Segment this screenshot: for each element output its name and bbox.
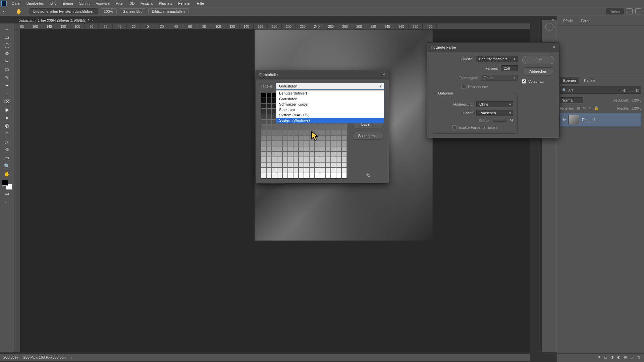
color-swatch[interactable]	[325, 135, 331, 141]
color-swatch[interactable]	[299, 168, 304, 173]
color-swatch[interactable]	[266, 146, 272, 152]
color-swatch[interactable]	[341, 125, 347, 130]
color-swatch[interactable]	[325, 157, 331, 162]
color-swatch[interactable]	[320, 146, 325, 152]
color-swatch[interactable]	[272, 125, 277, 130]
color-swatch[interactable]	[288, 125, 293, 130]
color-swatch[interactable]	[261, 103, 266, 109]
color-swatch[interactable]	[293, 157, 299, 162]
color-swatch[interactable]	[261, 130, 266, 135]
filter-shape-icon[interactable]: ▱	[632, 88, 634, 93]
color-swatch[interactable]	[315, 130, 320, 135]
color-swatch[interactable]	[309, 162, 315, 168]
color-swatch[interactable]	[261, 114, 266, 119]
color-swatch[interactable]	[309, 141, 315, 146]
lock-pos-icon[interactable]: ✥	[583, 106, 586, 110]
table-select[interactable]: Graustufen BenutzerdefiniertGraustufenSc…	[276, 83, 384, 89]
color-swatch[interactable]	[261, 109, 266, 114]
color-swatch[interactable]	[304, 152, 309, 157]
color-swatch[interactable]	[336, 130, 341, 135]
link-layers-icon[interactable]: ⚭	[598, 355, 601, 359]
ok-button[interactable]: OK	[522, 56, 554, 64]
preview-checkbox[interactable]	[522, 79, 526, 83]
color-swatch[interactable]	[304, 130, 309, 135]
color-swatch[interactable]	[293, 152, 299, 157]
zoom-100-button[interactable]: 100%	[100, 8, 117, 14]
expand-dock-icon[interactable]: «	[552, 17, 554, 22]
color-swatch[interactable]	[288, 135, 293, 141]
layer-style-icon[interactable]: fx	[604, 355, 607, 359]
close-tab-icon[interactable]: ×	[92, 18, 94, 22]
color-swatch[interactable]	[266, 152, 272, 157]
fill-value[interactable]: 100%	[632, 106, 641, 110]
color-swatch[interactable]	[320, 135, 325, 141]
color-swatch[interactable]	[266, 119, 272, 125]
color-swatch[interactable]	[309, 130, 315, 135]
color-swatch[interactable]	[299, 130, 304, 135]
color-swatch[interactable]	[309, 146, 315, 152]
color-swatch[interactable]	[272, 146, 277, 152]
color-swatch[interactable]	[325, 130, 331, 135]
color-swatch[interactable]	[293, 162, 299, 168]
layer-filter-kind[interactable]: Art	[568, 88, 573, 92]
menu-item[interactable]: Datei	[9, 0, 23, 6]
home-icon[interactable]: ⌂	[3, 9, 6, 14]
menu-item[interactable]: Ebene	[59, 0, 76, 6]
fg-swatch[interactable]	[2, 180, 8, 186]
color-swatch[interactable]	[266, 114, 272, 119]
tool-button[interactable]: ↔	[2, 25, 12, 33]
color-swatch[interactable]	[341, 152, 347, 157]
search-icon[interactable]	[627, 8, 633, 14]
color-swatch[interactable]	[341, 135, 347, 141]
ruler-horizontal[interactable]: 1801601401201008060402002040608010012014…	[14, 23, 530, 29]
layer-name[interactable]: Ebene 1	[582, 118, 596, 122]
menu-item[interactable]: 3D	[127, 0, 138, 6]
tab-layers[interactable]: Ebenen	[560, 77, 579, 84]
color-swatch[interactable]	[320, 141, 325, 146]
dropdown-option[interactable]: Benutzerdefiniert	[276, 90, 384, 96]
filter-adjust-icon[interactable]: ◐	[623, 88, 627, 93]
filter-type-icon[interactable]: T	[628, 88, 630, 92]
color-swatch[interactable]	[304, 157, 309, 162]
color-swatch[interactable]	[277, 157, 282, 162]
dropdown-option[interactable]: Schwarzer Körper	[276, 102, 384, 107]
color-swatch[interactable]	[315, 152, 320, 157]
color-swatch[interactable]	[331, 141, 336, 146]
color-swatch[interactable]	[331, 130, 336, 135]
color-swatch[interactable]	[272, 141, 277, 146]
color-swatch[interactable]	[336, 146, 341, 152]
color-swatch[interactable]	[309, 168, 315, 173]
color-swatch[interactable]	[336, 173, 341, 178]
menu-item[interactable]: Hilfe	[194, 0, 207, 6]
color-swatch[interactable]	[293, 125, 299, 130]
tool-button[interactable]: ◯	[2, 42, 12, 49]
color-swatch[interactable]	[320, 162, 325, 168]
dropdown-option[interactable]: System (Windows)	[276, 118, 384, 123]
color-swatch[interactable]	[320, 173, 325, 178]
layer-thumbnail[interactable]	[569, 115, 579, 124]
color-swatch[interactable]	[315, 168, 320, 173]
color-swatch[interactable]	[331, 157, 336, 162]
color-swatch[interactable]	[288, 168, 293, 173]
tool-button[interactable]: ✂	[2, 58, 12, 65]
save-button[interactable]: Speichern...	[352, 132, 384, 140]
color-swatch[interactable]	[309, 152, 315, 157]
workspace-switcher[interactable]	[635, 8, 641, 14]
cancel-button[interactable]: Abbrechen	[522, 67, 554, 75]
color-swatch[interactable]	[261, 141, 266, 146]
color-swatch[interactable]	[277, 152, 282, 157]
new-layer-icon[interactable]: ⊞	[631, 355, 634, 359]
menu-item[interactable]: Plug-ins	[156, 0, 175, 6]
color-swatch[interactable]	[336, 168, 341, 173]
tool-button[interactable]: ✥	[2, 50, 12, 57]
color-swatch[interactable]	[282, 141, 288, 146]
color-swatch[interactable]	[293, 146, 299, 152]
color-swatch[interactable]	[293, 173, 299, 178]
color-swatch[interactable]	[336, 157, 341, 162]
color-swatch[interactable]	[299, 141, 304, 146]
color-swatch[interactable]	[288, 146, 293, 152]
color-swatch[interactable]	[266, 141, 272, 146]
color-swatch[interactable]	[325, 146, 331, 152]
tool-button[interactable]: ✦	[2, 82, 12, 89]
color-swatch[interactable]	[272, 157, 277, 162]
